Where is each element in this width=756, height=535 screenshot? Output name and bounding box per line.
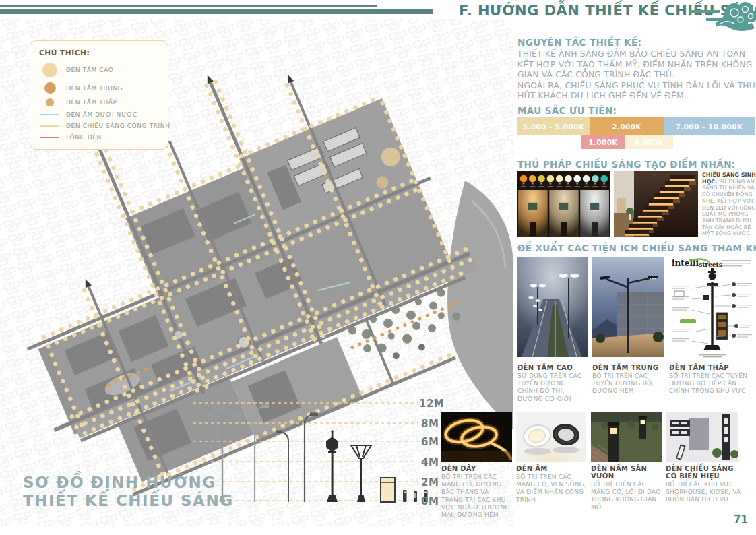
legend-item: ĐÈN TẦM CAO — [39, 63, 159, 77]
color-priority-heading: MÀU SẮC ƯU TIÊN: — [517, 105, 617, 116]
temp-swatch: 3.000 - 5.000K — [517, 117, 590, 135]
legend-title: CHÚ THÍCH: — [39, 49, 159, 57]
bio-lighting-note: CHIẾU SÁNG SINH HỌC: SỬ DỤNG ÁNH SÁNG TỰ… — [702, 172, 756, 237]
height-label: 8M — [421, 418, 439, 430]
fixture-caption: ĐÈN TẦM CAO SỬ DỤNG TRÊN CÁC TUYẾN ĐƯỜNG… — [517, 364, 586, 403]
photo-color-temperature-bulbs — [517, 171, 610, 237]
photo-highway-lighting — [517, 257, 588, 357]
legend-item: ĐÈN TẦM TRUNG — [39, 82, 159, 94]
fixture-caption: ĐÈN DÂY BỐ TRÍ TRÊN CÁC MẢNG CỎ, ĐƯỜNG B… — [441, 465, 511, 519]
principles-body: THIẾT KẾ ÁNH SÁNG ĐẢM BẢO CHIẾU SÁNG AN … — [517, 49, 756, 102]
photo-signage-lighting — [666, 412, 738, 462]
fixtures-heading: ĐỀ XUẤT CÁC TIỆN ÍCH CHIẾU SÁNG THAM KHẢ… — [517, 243, 756, 253]
height-label: 4M — [421, 456, 439, 468]
cloud-ornament-icon — [689, 0, 756, 32]
header-rule-thin — [0, 5, 377, 7]
height-label: 12M — [419, 398, 444, 410]
lantern-line — [40, 137, 59, 138]
photo-modern-double-pole — [592, 257, 664, 357]
color-temperature-bar: 3.000 - 5.000K 2.000K 7.000 - 10.000K 1.… — [517, 117, 755, 149]
page-number: 71 — [734, 513, 748, 526]
diagram-title: SƠ ĐỒ ĐỊNH HƯỚNG THIẾT KẾ CHIẾU SÁNG — [23, 474, 234, 510]
temp-swatch: 6.000K — [625, 135, 673, 149]
fixture-caption: ĐÈN CHIẾU SÁNG CÓ BIỂN HIỆU BỐ TRÍ CÁC K… — [666, 465, 741, 504]
height-label: 6M — [421, 436, 439, 448]
fixture-caption: ĐÈN ÂM BỐ TRÍ TRÊN CÁC MẢNG CỎ, VEN SÔNG… — [516, 465, 586, 504]
height-label: 0M — [421, 495, 439, 507]
temp-swatch: 1.000K — [581, 135, 625, 149]
photo-recessed-downlights — [516, 412, 586, 462]
temp-swatch: 2.000K — [590, 117, 664, 135]
legend-panel: CHÚ THÍCH: ĐÈN TẦM CAO ĐÈN TẦM TRUNG ĐÈN… — [30, 40, 168, 150]
photo-intellistreets-diagram: intellistreets — [669, 256, 755, 358]
photo-stair-strip-lighting — [614, 171, 698, 237]
legend-item: LỒNG ĐÈN — [39, 134, 159, 141]
photo-led-strip — [441, 412, 512, 462]
underwater-lamp-line — [40, 114, 59, 115]
legend-item: ĐÈN CHIẾU SÁNG CÔNG TRÌNH — [39, 123, 159, 129]
legend-item: ĐÈN TẦM THẤP — [39, 98, 159, 106]
height-label: 2M — [421, 476, 439, 489]
techniques-heading: THỦ PHÁP CHIẾU SÁNG TẠO ĐIỂM NHẤN: — [517, 159, 736, 170]
legend-item: ĐÈN ÂM DƯỚI NƯỚC — [39, 111, 159, 118]
principles-heading: NGUYÊN TẮC THIẾT KẾ: — [517, 37, 641, 48]
fixture-caption: ĐÈN TẦM THẤP BỐ TRÍ TRÊN CÁC TUYẾN ĐƯỜNG… — [669, 364, 749, 396]
mid-lamp-dot — [44, 82, 56, 94]
header-rule-thick — [0, 9, 433, 14]
fixture-caption: ĐÈN TẦM TRUNG BỐ TRÍ TRÊN CÁC TUYẾN ĐƯỜN… — [592, 364, 666, 396]
facade-lamp-line — [40, 125, 59, 127]
fixture-caption: ĐÈN NẤM SÂN VƯỜN BỐ TRÍ TRÊN CÁC MẢNG CỎ… — [591, 465, 662, 511]
low-lamp-dot — [46, 98, 54, 106]
temp-swatch: 7.000 - 10.000K — [664, 117, 755, 135]
photo-garden-bollards — [591, 412, 662, 462]
high-lamp-dot — [42, 63, 57, 77]
